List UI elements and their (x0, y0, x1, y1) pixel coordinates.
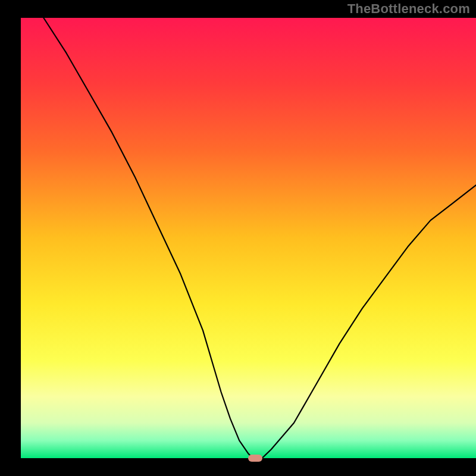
valley-marker (248, 455, 262, 462)
bottleneck-chart (0, 0, 476, 476)
watermark-text: TheBottleneck.com (347, 1, 470, 17)
chart-frame: TheBottleneck.com (0, 0, 476, 476)
plot-background (21, 18, 476, 458)
